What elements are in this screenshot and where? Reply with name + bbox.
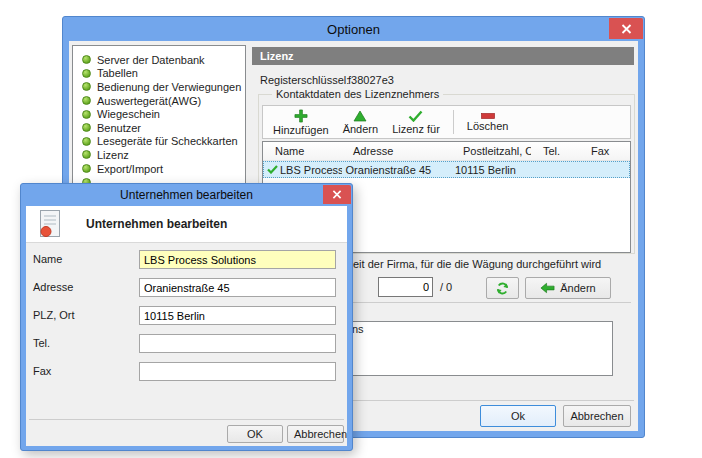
sidebar-item-lizenz[interactable]: Lizenz [82, 148, 245, 162]
cancel-button[interactable]: Abbrechen [287, 425, 344, 443]
sidebar-item-export-import[interactable]: Export/Import [82, 162, 245, 176]
change-button[interactable]: Ändern [525, 277, 611, 299]
column-header-fax[interactable]: Fax [579, 142, 630, 160]
bullet-icon [82, 164, 91, 173]
tel-label: Tel. [33, 337, 50, 349]
column-header-tel[interactable]: Tel. [531, 142, 579, 160]
close-icon [621, 24, 632, 34]
notes-text: ns [352, 323, 364, 335]
cancel-button[interactable]: Abbrechen [563, 405, 631, 427]
column-header-adresse[interactable]: Adresse [341, 142, 451, 160]
triangle-up-icon [353, 110, 367, 122]
bullet-icon [82, 55, 91, 64]
options-titlebar[interactable]: Optionen [69, 17, 638, 41]
bullet-icon [82, 69, 91, 78]
plz-ort-label: PLZ, Ort [33, 309, 75, 321]
check-icon [408, 110, 423, 122]
adresse-field[interactable] [139, 278, 336, 297]
options-title: Optionen [327, 22, 380, 37]
column-header-name[interactable]: Name [263, 142, 341, 160]
edit-dialog-header-title: Unternehmen bearbeiten [86, 217, 227, 231]
delete-button[interactable]: Löschen [460, 107, 516, 137]
toolbar-separator [453, 110, 454, 134]
bullet-icon [82, 96, 91, 105]
table-header: Name Adresse Postleitzahl, Ort Tel. Fax [263, 142, 630, 161]
close-button[interactable] [609, 18, 643, 39]
name-label: Name [33, 253, 62, 265]
sidebar-item-lesegeraete[interactable]: Lesegeräte für Scheckkarten [82, 135, 245, 149]
sidebar-item-wiegeschein[interactable]: Wiegeschein [82, 107, 245, 121]
edit-dialog-titlebar[interactable]: Unternehmen bearbeiten [26, 184, 347, 206]
bullet-icon [82, 110, 91, 119]
close-icon [332, 190, 342, 199]
separator [29, 419, 344, 420]
fax-field[interactable] [139, 362, 336, 381]
sidebar-item-benutzer[interactable]: Benutzer [82, 121, 245, 135]
close-button[interactable] [323, 185, 351, 204]
arrow-left-icon [540, 282, 555, 294]
ok-button[interactable]: Ok [480, 405, 556, 427]
edit-dialog-title: Unternehmen bearbeiten [120, 188, 253, 202]
sidebar-item-bedienung[interactable]: Bedienung der Verwiegungen [82, 80, 245, 94]
contact-groupbox-title: Kontaktdaten des Lizenznehmers [272, 88, 443, 100]
row-check-icon [267, 165, 278, 174]
sidebar-item-auswertegeraet[interactable]: Auswertegerät(AWG) [82, 94, 245, 108]
counter-suffix: / 0 [440, 281, 452, 293]
table-row[interactable]: LBS Process So... Oranienstraße 45 10115… [263, 161, 630, 178]
section-header: Lizenz [252, 47, 634, 65]
add-button[interactable]: Hinzufügen [266, 107, 336, 137]
bullet-icon [82, 123, 91, 132]
tel-field[interactable] [139, 334, 336, 353]
bullet-icon [82, 137, 91, 146]
license-toolbar: Hinzufügen Ändern Lizenz für Löschen [262, 105, 631, 139]
counter-input[interactable] [378, 277, 433, 297]
column-header-plz-ort[interactable]: Postleitzahl, Ort [451, 142, 531, 160]
name-field[interactable] [139, 250, 336, 269]
edit-dialog-header: Unternehmen bearbeiten [26, 206, 347, 243]
plz-ort-field[interactable] [139, 306, 336, 325]
sidebar-item-tabellen[interactable]: Tabellen [82, 67, 245, 81]
refresh-icon [495, 281, 510, 296]
bullet-icon [82, 150, 91, 159]
license-for-button[interactable]: Lizenz für [385, 107, 447, 137]
edit-button[interactable]: Ändern [336, 107, 385, 137]
sidebar-item-server[interactable]: Server der Datenbank [82, 53, 245, 67]
fax-label: Fax [33, 365, 51, 377]
minus-icon [481, 113, 495, 119]
refresh-button[interactable] [486, 277, 519, 299]
plus-icon [294, 109, 308, 123]
register-key-label: Registerschlüssel: [260, 74, 349, 86]
ok-button[interactable]: OK [227, 425, 283, 443]
document-seal-icon [38, 209, 62, 239]
company-hint-text: eit der Firma, für die die Wägung durchg… [353, 258, 601, 270]
register-key-value: f38027e3 [348, 74, 394, 86]
adresse-label: Adresse [33, 281, 73, 293]
edit-company-dialog: Unternehmen bearbeiten Unternehmen bearb… [20, 183, 353, 451]
edit-company-form: Name Adresse PLZ, Ort Tel. Fax OK Abbrec… [26, 243, 347, 445]
bullet-icon [82, 82, 91, 91]
